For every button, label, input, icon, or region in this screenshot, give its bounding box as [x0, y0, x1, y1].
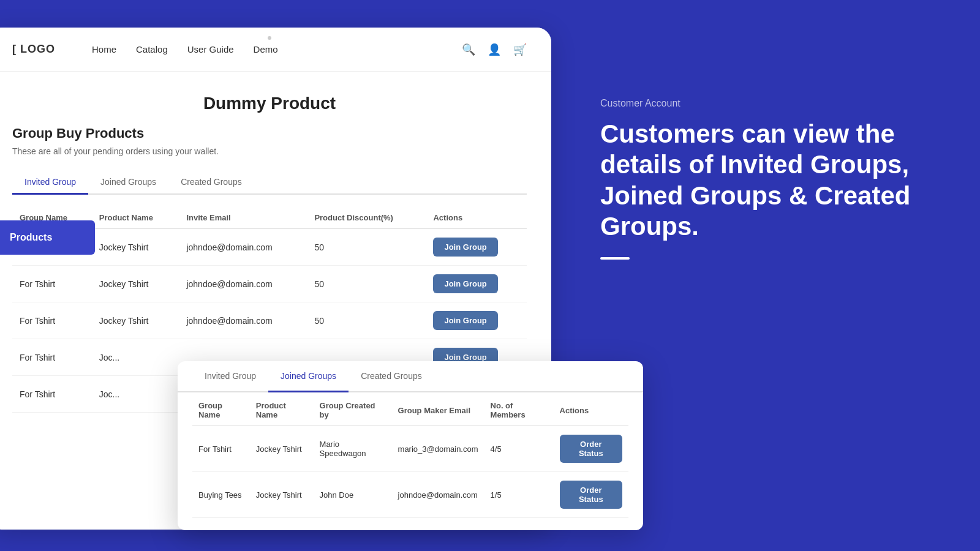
- cell-discount: 50: [307, 302, 426, 339]
- table-row: For Tshirt Jockey Tshirt johndoe@domain.…: [12, 266, 527, 302]
- cell-product-name: Jockey Tshirt: [92, 229, 179, 266]
- overlay-tabs: Invited Group Joined Groups Created Grou…: [178, 361, 643, 392]
- cell-action: Join Group: [426, 229, 527, 266]
- cell-group-name: For Tshirt: [12, 376, 92, 413]
- nav-link-catalog[interactable]: Catalog: [136, 44, 168, 54]
- col-product-name: Product Name: [92, 207, 179, 229]
- overlay-col-group-name: Group Name: [192, 392, 250, 426]
- nav-link-home[interactable]: Home: [92, 44, 116, 54]
- overlay-table-row: For Tshirt Jockey Tshirt Mario Speedwago…: [192, 426, 628, 472]
- overlay-table-wrap: Group Name Product Name Group Created by…: [178, 392, 643, 518]
- cell-product-name: Jockey Tshirt: [92, 266, 179, 302]
- overlay-col-maker-email: Group Maker Email: [392, 392, 484, 426]
- right-panel-heading: Customers can view the details of Invite…: [600, 119, 943, 242]
- section-title: Group Buy Products: [12, 126, 527, 141]
- overlay-card: Invited Group Joined Groups Created Grou…: [178, 361, 643, 530]
- cell-discount: 50: [307, 266, 426, 302]
- navbar: [ LOGO Home Catalog User Guide Demo 🔍 👤 …: [0, 28, 551, 72]
- cell-group-name: For Tshirt: [12, 266, 92, 302]
- order-status-button[interactable]: Order Status: [560, 481, 622, 509]
- navbar-links: Home Catalog User Guide Demo: [92, 44, 462, 54]
- table-row: For Tshirt Jockey Tshirt johndoe@domain.…: [12, 302, 527, 339]
- overlay-table-row: Buying Tees Jockey Tshirt John Doe johnd…: [192, 472, 628, 518]
- page-title: Dummy Product: [12, 94, 527, 113]
- cell-invite-email: johndoe@domain.com: [179, 229, 307, 266]
- overlay-cell-members: 4/5: [484, 426, 554, 472]
- cell-group-name: For Tshirt: [12, 302, 92, 339]
- cell-action: Join Group: [426, 302, 527, 339]
- navbar-logo: [ LOGO: [12, 43, 55, 56]
- cart-icon[interactable]: 🛒: [513, 43, 527, 56]
- overlay-cell-created-by: John Doe: [314, 472, 392, 518]
- overlay-tab-created[interactable]: Created Groups: [349, 361, 434, 392]
- overlay-cell-created-by: Mario Speedwagon: [314, 426, 392, 472]
- join-group-button[interactable]: Join Group: [433, 311, 497, 330]
- tab-invited-group[interactable]: Invited Group: [12, 171, 88, 195]
- tabs: Invited Group Joined Groups Created Grou…: [12, 171, 527, 195]
- overlay-cell-product-name: Jockey Tshirt: [250, 426, 314, 472]
- cell-product-name: Joc...: [92, 376, 179, 413]
- overlay-col-actions: Actions: [554, 392, 628, 426]
- overlay-col-created-by: Group Created by: [314, 392, 392, 426]
- overlay-cell-members: 1/5: [484, 472, 554, 518]
- tab-joined-groups[interactable]: Joined Groups: [88, 171, 168, 195]
- overlay-cell-group-name: Buying Tees: [192, 472, 250, 518]
- join-group-button[interactable]: Join Group: [433, 274, 497, 293]
- join-group-button[interactable]: Join Group: [433, 238, 497, 257]
- col-discount: Product Discount(%): [307, 207, 426, 229]
- user-icon[interactable]: 👤: [488, 43, 501, 56]
- overlay-col-product-name: Product Name: [250, 392, 314, 426]
- overlay-cell-maker-email: johndoe@domain.com: [392, 472, 484, 518]
- nav-link-demo[interactable]: Demo: [254, 44, 278, 54]
- sidebar-products[interactable]: Products: [0, 220, 95, 255]
- navbar-icons: 🔍 👤 🛒: [462, 43, 527, 56]
- overlay-tab-joined[interactable]: Joined Groups: [268, 361, 349, 392]
- cell-product-name: Jockey Tshirt: [92, 302, 179, 339]
- cell-invite-email: johndoe@domain.com: [179, 266, 307, 302]
- col-invite-email: Invite Email: [179, 207, 307, 229]
- overlay-cell-action: Order Status: [554, 472, 628, 518]
- search-icon[interactable]: 🔍: [462, 43, 475, 56]
- tab-created-groups[interactable]: Created Groups: [168, 171, 254, 195]
- cell-discount: 50: [307, 229, 426, 266]
- overlay-cell-action: Order Status: [554, 426, 628, 472]
- cell-product-name: Joc...: [92, 339, 179, 376]
- accent-line: [600, 257, 630, 260]
- overlay-cell-product-name: Jockey Tshirt: [250, 472, 314, 518]
- overlay-tab-invited[interactable]: Invited Group: [192, 361, 268, 392]
- cell-group-name: For Tshirt: [12, 339, 92, 376]
- order-status-button[interactable]: Order Status: [560, 435, 622, 463]
- overlay-col-members: No. of Members: [484, 392, 554, 426]
- cell-invite-email: johndoe@domain.com: [179, 302, 307, 339]
- overlay-cell-maker-email: mario_3@domain.com: [392, 426, 484, 472]
- cell-action: Join Group: [426, 266, 527, 302]
- col-actions: Actions: [426, 207, 527, 229]
- section-subtitle: These are all of your pending orders usi…: [12, 146, 527, 156]
- customer-account-label: Customer Account: [600, 98, 943, 109]
- card-dot: [268, 36, 271, 40]
- sidebar-products-label: Products: [10, 232, 52, 243]
- nav-link-user-guide[interactable]: User Guide: [187, 44, 234, 54]
- overlay-cell-group-name: For Tshirt: [192, 426, 250, 472]
